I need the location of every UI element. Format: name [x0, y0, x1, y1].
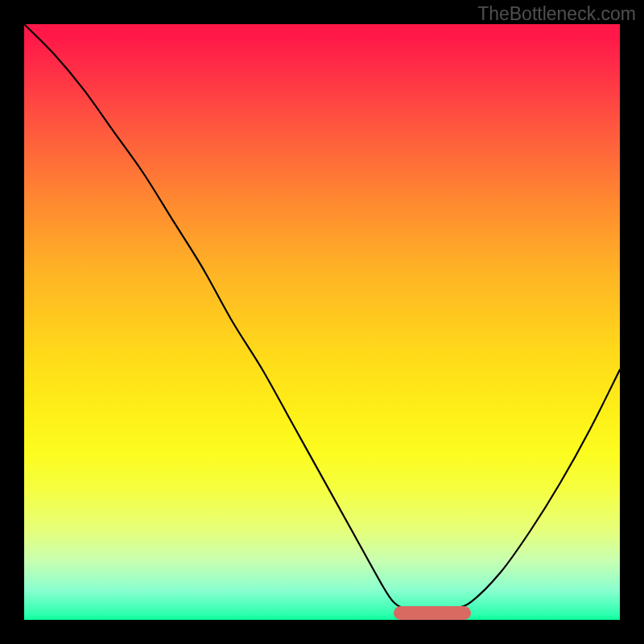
chart-frame: TheBottleneck.com: [0, 0, 644, 644]
sweet-spot-marker: [394, 606, 471, 620]
plot-area: [24, 24, 620, 620]
watermark-text: TheBottleneck.com: [477, 3, 636, 25]
bottleneck-curve: [24, 24, 620, 620]
